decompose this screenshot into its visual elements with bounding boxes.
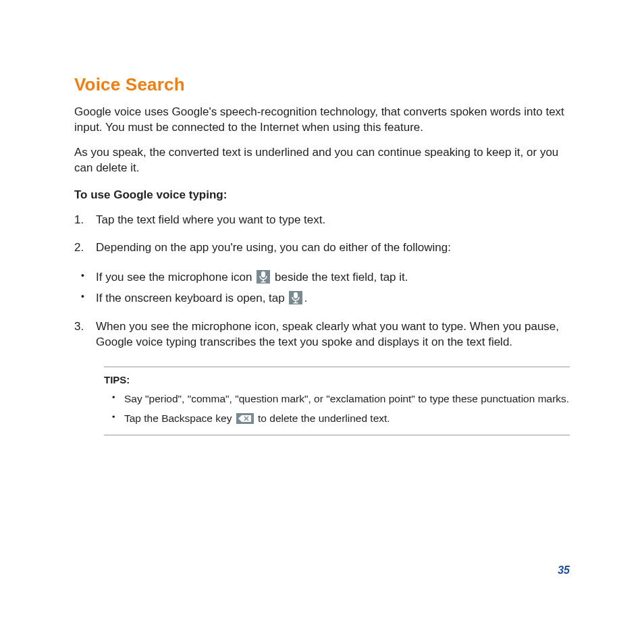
svg-rect-0 (261, 271, 265, 277)
tips-heading: TIPS: (104, 374, 570, 385)
svg-rect-5 (294, 302, 298, 304)
svg-rect-2 (261, 281, 266, 283)
bullet-2-text-a: If the onscreen keyboard is open, tap (96, 292, 288, 304)
step-1-text: Tap the text field where you want to typ… (96, 213, 325, 226)
step-3-text: When you see the microphone icon, speak … (96, 320, 559, 348)
sub-bullets: If you see the microphone icon beside th… (74, 268, 570, 307)
intro-paragraph-1: Google voice uses Google's speech-recogn… (74, 105, 570, 136)
bullet-mic-beside-field: If you see the microphone icon beside th… (74, 268, 570, 286)
subheading: To use Google voice typing: (74, 188, 570, 202)
tips-box: TIPS: Say "period", "comma", "question m… (104, 367, 570, 436)
bullet-2-text-b: . (304, 292, 307, 304)
tips-list: Say "period", "comma", "question mark", … (104, 391, 570, 427)
page-number: 35 (558, 564, 570, 576)
microphone-icon (289, 291, 302, 304)
tip-1-text: Say "period", "comma", "question mark", … (124, 393, 569, 404)
section-title: Voice Search (74, 74, 570, 95)
svg-rect-1 (263, 279, 264, 281)
tip-backspace: Tap the Backspace key to delete the unde… (104, 410, 570, 427)
steps-list-continued: When you see the microphone icon, speak … (74, 319, 570, 350)
steps-list: Tap the text field where you want to typ… (74, 213, 570, 256)
step-1: Tap the text field where you want to typ… (74, 213, 570, 228)
tip-punctuation: Say "period", "comma", "question mark", … (104, 391, 570, 408)
document-page: Voice Search Google voice uses Google's … (0, 0, 644, 644)
intro-paragraph-2: As you speak, the converted text is unde… (74, 145, 570, 176)
svg-rect-4 (296, 300, 297, 302)
step-2-text: Depending on the app you're using, you c… (96, 241, 451, 254)
tip-2-text-a: Tap the Backspace key (124, 412, 235, 424)
step-2: Depending on the app you're using, you c… (74, 240, 570, 256)
bullet-keyboard-open: If the onscreen keyboard is open, tap . (74, 289, 570, 307)
bullet-1-text-a: If you see the microphone icon (96, 271, 255, 284)
svg-rect-3 (294, 292, 298, 298)
step-3: When you see the microphone icon, speak … (74, 319, 570, 350)
microphone-icon (257, 270, 270, 284)
backspace-icon (236, 413, 254, 424)
tip-2-text-b: to delete the underlined text. (255, 412, 390, 424)
bullet-1-text-b: beside the text field, tap it. (271, 271, 408, 284)
